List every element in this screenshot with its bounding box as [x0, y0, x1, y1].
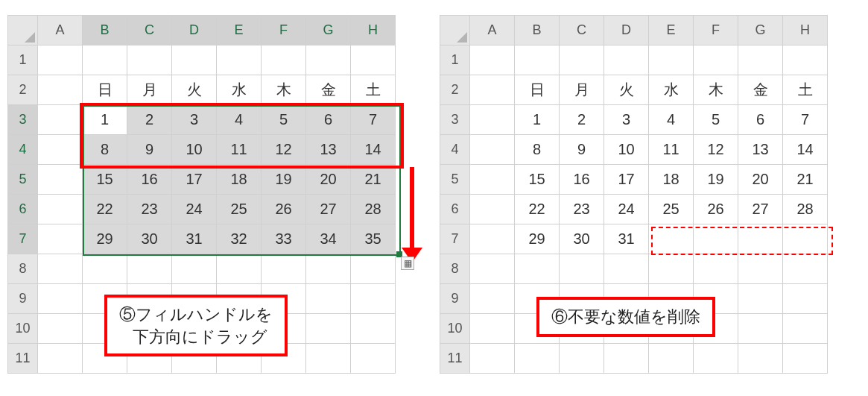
cell[interactable]: 11: [649, 135, 694, 165]
cell[interactable]: [306, 284, 351, 314]
cell[interactable]: 20: [306, 165, 351, 195]
cell-day[interactable]: 土: [783, 75, 828, 105]
cell[interactable]: 10: [604, 135, 649, 165]
cell[interactable]: [83, 45, 127, 75]
cell[interactable]: 16: [127, 165, 172, 195]
cell[interactable]: 25: [217, 195, 262, 224]
cell[interactable]: [783, 254, 828, 284]
row-hdr-4[interactable]: 4: [8, 135, 38, 165]
cell[interactable]: 34: [306, 224, 351, 254]
cell[interactable]: 8: [515, 135, 560, 165]
cell[interactable]: 21: [783, 165, 828, 195]
col-hdr-H[interactable]: H: [783, 16, 828, 45]
cell[interactable]: 13: [306, 135, 351, 165]
col-hdr-E[interactable]: E: [217, 16, 262, 45]
cell[interactable]: 11: [217, 135, 262, 165]
cell[interactable]: [38, 284, 83, 314]
cell[interactable]: 31: [172, 224, 217, 254]
cell[interactable]: 23: [127, 195, 172, 224]
cell-day[interactable]: 木: [262, 75, 306, 105]
cell[interactable]: 3: [172, 105, 217, 135]
cell[interactable]: [217, 254, 262, 284]
cell-day[interactable]: 月: [127, 75, 172, 105]
cell[interactable]: [83, 254, 127, 284]
cell[interactable]: 29: [515, 224, 560, 254]
cell[interactable]: 17: [604, 165, 649, 195]
col-hdr-G[interactable]: G: [738, 16, 783, 45]
cell[interactable]: [351, 284, 396, 314]
cell[interactable]: 27: [306, 195, 351, 224]
row-hdr-10[interactable]: 10: [440, 314, 470, 344]
cell[interactable]: 4: [217, 105, 262, 135]
cell[interactable]: [217, 45, 262, 75]
cell[interactable]: 22: [83, 195, 127, 224]
cell[interactable]: [351, 45, 396, 75]
cell[interactable]: [738, 224, 783, 254]
cell[interactable]: [738, 284, 783, 314]
cell[interactable]: 6: [306, 105, 351, 135]
cell[interactable]: 25: [649, 195, 694, 224]
cell[interactable]: 14: [783, 135, 828, 165]
cell[interactable]: 15: [83, 165, 127, 195]
cell[interactable]: [515, 254, 560, 284]
cell-day[interactable]: 火: [172, 75, 217, 105]
cell[interactable]: 29: [83, 224, 127, 254]
cell[interactable]: 9: [127, 135, 172, 165]
cell[interactable]: [38, 195, 83, 224]
cell[interactable]: 1: [515, 105, 560, 135]
cell[interactable]: 20: [738, 165, 783, 195]
cell[interactable]: [306, 314, 351, 344]
cell[interactable]: [470, 135, 515, 165]
cell[interactable]: [470, 344, 515, 374]
cell[interactable]: 15: [515, 165, 560, 195]
cell-day[interactable]: 月: [560, 75, 604, 105]
cell[interactable]: [351, 314, 396, 344]
cell[interactable]: 33: [262, 224, 306, 254]
cell[interactable]: 14: [351, 135, 396, 165]
cell[interactable]: [560, 254, 604, 284]
cell[interactable]: [351, 344, 396, 374]
cell[interactable]: 9: [560, 135, 604, 165]
cell[interactable]: [604, 45, 649, 75]
cell[interactable]: 24: [172, 195, 217, 224]
row-hdr-8[interactable]: 8: [440, 254, 470, 284]
row-hdr-6[interactable]: 6: [440, 195, 470, 224]
row-hdr-11[interactable]: 11: [8, 344, 38, 374]
cell[interactable]: [470, 254, 515, 284]
cell-day[interactable]: 金: [738, 75, 783, 105]
cell-day[interactable]: 土: [351, 75, 396, 105]
cell[interactable]: [694, 254, 738, 284]
cell[interactable]: 27: [738, 195, 783, 224]
cell[interactable]: 16: [560, 165, 604, 195]
row-hdr-1[interactable]: 1: [8, 45, 38, 75]
row-hdr-7[interactable]: 7: [8, 224, 38, 254]
cell[interactable]: 4: [649, 105, 694, 135]
cell[interactable]: 7: [351, 105, 396, 135]
cell[interactable]: 12: [262, 135, 306, 165]
col-hdr-G[interactable]: G: [306, 16, 351, 45]
cell[interactable]: [515, 45, 560, 75]
row-hdr-5[interactable]: 5: [440, 165, 470, 195]
cell[interactable]: [604, 344, 649, 374]
cell[interactable]: 18: [649, 165, 694, 195]
row-hdr-1[interactable]: 1: [440, 45, 470, 75]
cell-day[interactable]: 水: [217, 75, 262, 105]
cell[interactable]: 2: [560, 105, 604, 135]
cell[interactable]: [470, 105, 515, 135]
cell[interactable]: [649, 254, 694, 284]
cell[interactable]: [306, 344, 351, 374]
col-hdr-A[interactable]: A: [38, 16, 83, 45]
cell[interactable]: [738, 45, 783, 75]
cell[interactable]: 13: [738, 135, 783, 165]
cell[interactable]: 31: [604, 224, 649, 254]
cell[interactable]: [127, 45, 172, 75]
cell[interactable]: 28: [351, 195, 396, 224]
cell[interactable]: [306, 254, 351, 284]
cell[interactable]: 30: [560, 224, 604, 254]
col-hdr-B[interactable]: B: [515, 16, 560, 45]
cell[interactable]: [127, 254, 172, 284]
row-hdr-11[interactable]: 11: [440, 344, 470, 374]
cell[interactable]: [783, 344, 828, 374]
cell-day[interactable]: 火: [604, 75, 649, 105]
autofill-options-icon[interactable]: ▦: [401, 257, 414, 270]
